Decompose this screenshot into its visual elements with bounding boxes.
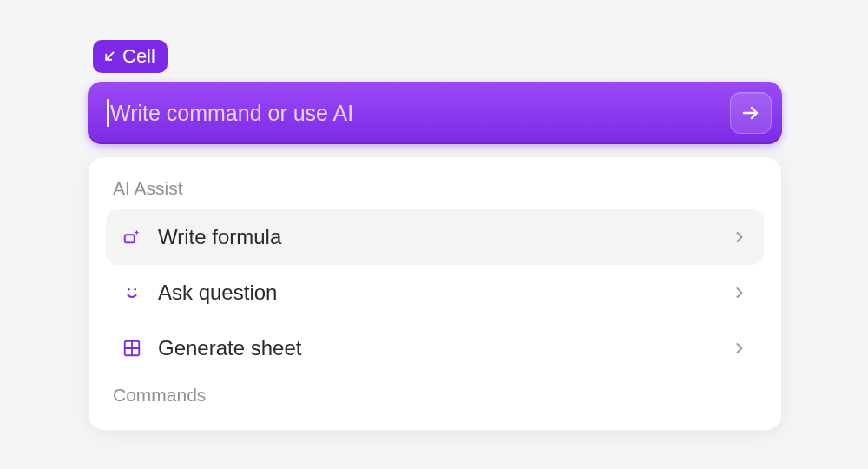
face-icon: [122, 282, 142, 303]
item-label: Ask question: [158, 281, 715, 305]
scope-label: Cell: [122, 45, 155, 68]
sparkle-box-icon: [122, 227, 142, 248]
command-input[interactable]: Write command or use AI: [107, 99, 730, 127]
grid-icon: [122, 338, 142, 359]
section-header-ai-assist: AI Assist: [106, 178, 764, 209]
command-bar[interactable]: Write command or use AI: [88, 82, 782, 144]
section-header-commands: Commands: [106, 376, 764, 416]
svg-line-0: [106, 53, 113, 60]
svg-point-3: [128, 288, 130, 291]
arrow-right-icon: [740, 102, 761, 123]
command-placeholder: Write command or use AI: [110, 101, 353, 126]
chevron-right-icon: [731, 340, 748, 357]
text-cursor: [107, 99, 108, 127]
svg-rect-2: [125, 234, 135, 242]
item-label: Generate sheet: [158, 336, 715, 360]
chevron-right-icon: [731, 228, 748, 246]
chevron-right-icon: [731, 284, 748, 301]
suggestions-panel: AI Assist Write formula: [88, 156, 782, 431]
item-ask-question[interactable]: Ask question: [106, 265, 764, 320]
arrow-down-left-icon: [102, 49, 117, 64]
send-button[interactable]: [730, 92, 772, 134]
scope-chip[interactable]: Cell: [93, 40, 168, 73]
item-label: Write formula: [158, 225, 715, 249]
item-write-formula[interactable]: Write formula: [106, 209, 764, 265]
item-generate-sheet[interactable]: Generate sheet: [106, 320, 764, 376]
svg-point-4: [134, 288, 136, 291]
